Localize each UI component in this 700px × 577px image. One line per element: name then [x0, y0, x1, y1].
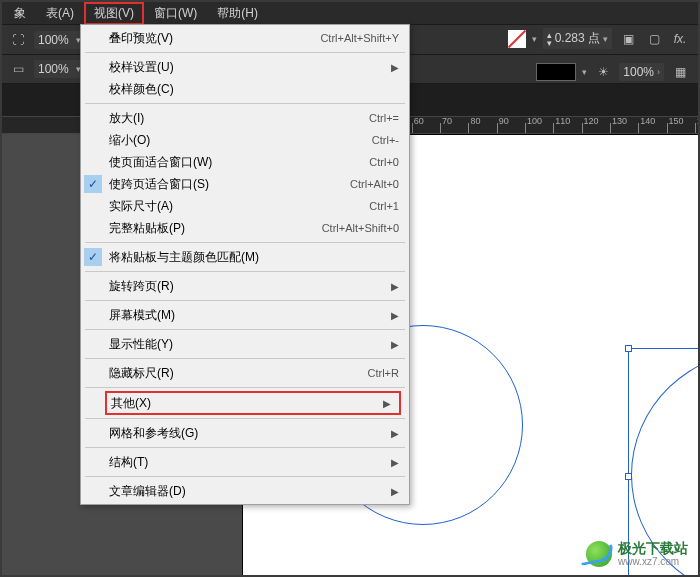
watermark-name: 极光下载站: [618, 541, 688, 556]
menu-separator: [85, 358, 405, 359]
toolbar-right-2: ▾ ☀ 100% › ▦: [536, 62, 690, 82]
submenu-arrow-icon: ▶: [391, 339, 399, 350]
menu-item[interactable]: 放大(I)Ctrl+=: [81, 107, 409, 129]
menu-separator: [85, 271, 405, 272]
check-icon: ✓: [84, 175, 102, 193]
ruler-label: 80: [470, 116, 480, 126]
view-menu-dropdown: 叠印预览(V)Ctrl+Alt+Shift+Y校样设置(U)▶校样颜色(C)放大…: [80, 24, 410, 505]
ruler-label: 60: [414, 116, 424, 126]
grid-icon[interactable]: ▦: [670, 62, 690, 82]
menu-item[interactable]: ✓将粘贴板与主题颜色匹配(M): [81, 246, 409, 268]
toolbar-right-1: ▾ ▴▾ 0.283 点 ▾ ▣ ▢ fx.: [508, 28, 690, 49]
menu-item-label: 旋转跨页(R): [109, 278, 383, 295]
menu-item-label: 使跨页适合窗口(S): [109, 176, 350, 193]
watermark-url: www.xz7.com: [618, 556, 688, 567]
submenu-arrow-icon: ▶: [383, 398, 391, 409]
menu-shortcut: Ctrl+R: [368, 367, 399, 379]
ruler-label: 110: [555, 116, 570, 126]
resize-handle[interactable]: [625, 473, 632, 480]
menu-table[interactable]: 表(A): [36, 2, 84, 25]
menu-shortcut: Ctrl+1: [369, 200, 399, 212]
link-icon[interactable]: ▭: [8, 59, 28, 79]
menu-item-label: 使页面适合窗口(W): [109, 154, 369, 171]
zoom-level-2[interactable]: 100% ▾: [34, 60, 85, 78]
submenu-arrow-icon: ▶: [391, 428, 399, 439]
watermark-logo-icon: [586, 541, 612, 567]
zoom-level-1[interactable]: 100% ▾: [34, 31, 85, 49]
crop-icon[interactable]: ▣: [618, 29, 638, 49]
menu-separator: [85, 242, 405, 243]
menu-item[interactable]: 实际尺寸(A)Ctrl+1: [81, 195, 409, 217]
menu-window[interactable]: 窗口(W): [144, 2, 207, 25]
menu-item-label: 隐藏标尺(R): [109, 365, 368, 382]
menu-shortcut: Ctrl+0: [369, 156, 399, 168]
zoom-value-2: 100%: [38, 62, 72, 76]
menu-item-label: 结构(T): [109, 454, 383, 471]
menu-item[interactable]: 校样设置(U)▶: [81, 56, 409, 78]
sun-icon[interactable]: ☀: [593, 62, 613, 82]
watermark: 极光下载站 www.xz7.com: [586, 541, 688, 567]
stroke-weight[interactable]: ▴▾ 0.283 点 ▾: [543, 28, 612, 49]
opacity-value: 100%: [623, 65, 654, 79]
resize-handle[interactable]: [625, 345, 632, 352]
ruler-label: 140: [640, 116, 655, 126]
menu-item[interactable]: 校样颜色(C): [81, 78, 409, 100]
menu-item[interactable]: 缩小(O)Ctrl+-: [81, 129, 409, 151]
menu-item[interactable]: 隐藏标尺(R)Ctrl+R: [81, 362, 409, 384]
submenu-arrow-icon: ▶: [391, 310, 399, 321]
menu-separator: [85, 52, 405, 53]
menu-shortcut: Ctrl+Alt+Shift+0: [322, 222, 399, 234]
menu-item[interactable]: 旋转跨页(R)▶: [81, 275, 409, 297]
submenu-arrow-icon: ▶: [391, 281, 399, 292]
color-swatch-black[interactable]: [536, 63, 576, 81]
frame-icon[interactable]: ▢: [644, 29, 664, 49]
stroke-value: 0.283 点: [555, 30, 600, 47]
opacity-input[interactable]: 100% ›: [619, 63, 664, 81]
menu-separator: [85, 387, 405, 388]
menu-object[interactable]: 象: [4, 2, 36, 25]
chevron-down-icon[interactable]: ▾: [532, 34, 537, 44]
menu-item[interactable]: 使页面适合窗口(W)Ctrl+0: [81, 151, 409, 173]
chevron-right-icon: ›: [657, 67, 660, 77]
menu-help[interactable]: 帮助(H): [207, 2, 268, 25]
menu-shortcut: Ctrl+Alt+Shift+Y: [320, 32, 399, 44]
menu-shortcut: Ctrl+Alt+0: [350, 178, 399, 190]
fx-icon[interactable]: fx.: [670, 29, 690, 49]
menu-item-label: 叠印预览(V): [109, 30, 320, 47]
ruler-label: 150: [669, 116, 684, 126]
stepper-icon[interactable]: ▴▾: [547, 31, 552, 47]
menu-item[interactable]: 显示性能(Y)▶: [81, 333, 409, 355]
fill-none-swatch[interactable]: [508, 30, 526, 48]
ruler-label: 130: [612, 116, 627, 126]
menu-item[interactable]: 屏幕模式(M)▶: [81, 304, 409, 326]
menu-item-label: 网格和参考线(G): [109, 425, 383, 442]
menu-item[interactable]: 其他(X)▶: [105, 391, 401, 415]
ruler-label: 160: [697, 116, 698, 126]
menu-shortcut: Ctrl+=: [369, 112, 399, 124]
menu-item-label: 将粘贴板与主题颜色匹配(M): [109, 249, 399, 266]
expand-icon[interactable]: ⛶: [8, 30, 28, 50]
ruler-label: 120: [584, 116, 599, 126]
menu-separator: [85, 300, 405, 301]
menu-item-label: 校样颜色(C): [109, 81, 399, 98]
menu-separator: [85, 418, 405, 419]
menu-item[interactable]: ✓使跨页适合窗口(S)Ctrl+Alt+0: [81, 173, 409, 195]
submenu-arrow-icon: ▶: [391, 486, 399, 497]
menubar: 象 表(A) 视图(V) 窗口(W) 帮助(H): [2, 2, 698, 24]
menu-item[interactable]: 叠印预览(V)Ctrl+Alt+Shift+Y: [81, 27, 409, 49]
menu-item[interactable]: 结构(T)▶: [81, 451, 409, 473]
chevron-down-icon[interactable]: ▾: [582, 67, 587, 77]
ruler-label: 70: [442, 116, 452, 126]
menu-view[interactable]: 视图(V): [84, 2, 144, 25]
menu-item[interactable]: 文章编辑器(D)▶: [81, 480, 409, 502]
zoom-value-1: 100%: [38, 33, 72, 47]
menu-item-label: 文章编辑器(D): [109, 483, 383, 500]
menu-item-label: 完整粘贴板(P): [109, 220, 322, 237]
menu-shortcut: Ctrl+-: [372, 134, 399, 146]
menu-separator: [85, 103, 405, 104]
menu-separator: [85, 476, 405, 477]
menu-item[interactable]: 网格和参考线(G)▶: [81, 422, 409, 444]
check-icon: ✓: [84, 248, 102, 266]
menu-item[interactable]: 完整粘贴板(P)Ctrl+Alt+Shift+0: [81, 217, 409, 239]
menu-item-label: 屏幕模式(M): [109, 307, 383, 324]
